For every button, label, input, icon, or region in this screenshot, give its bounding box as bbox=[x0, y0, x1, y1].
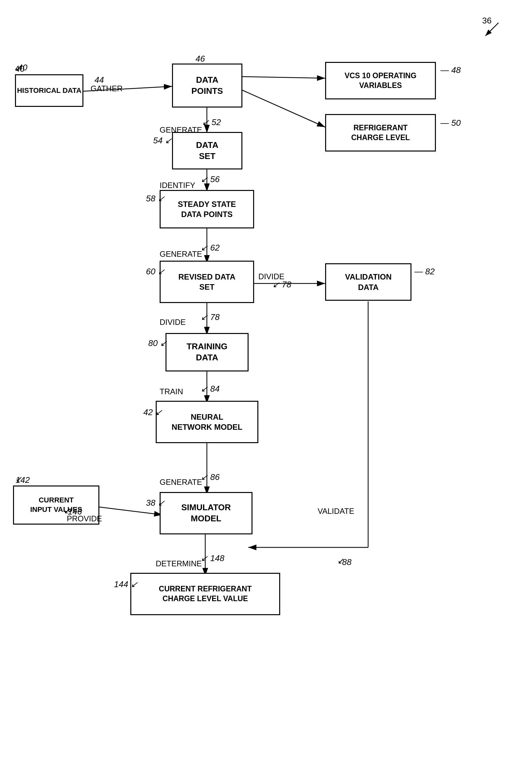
ref-num-144: 144 ↙ bbox=[114, 579, 138, 590]
box-historical-data: HISTORICAL DATA bbox=[15, 74, 83, 107]
svg-line-4 bbox=[241, 77, 325, 78]
ref-num-86: ↙ 86 bbox=[201, 472, 220, 482]
box-vcs-operating: VCS 10 OPERATINGVARIABLES bbox=[325, 62, 436, 99]
ref-num-78b: ↙ 78 bbox=[201, 312, 220, 322]
ref-num-62: ↙ 62 bbox=[201, 243, 220, 253]
label-generate2: GENERATE bbox=[159, 250, 202, 259]
diagram-svg bbox=[0, 0, 532, 782]
label-validate: VALIDATE bbox=[318, 507, 354, 516]
ref-num-56: ↙ 56 bbox=[201, 174, 220, 184]
ref-num-82: — 82 bbox=[414, 266, 435, 277]
ref-num-48: — 48 bbox=[440, 65, 461, 75]
ref-num-46: 46 bbox=[196, 54, 205, 64]
box-current-refrigerant: CURRENT REFRIGERANTCHARGE LEVEL VALUE bbox=[130, 573, 280, 615]
ref-36: 36 bbox=[482, 15, 492, 26]
ref-num-52: ↙ 52 bbox=[202, 117, 221, 128]
label-train: TRAIN bbox=[159, 387, 183, 396]
label-divide2: DIVIDE bbox=[159, 318, 186, 327]
label-determine: DETERMINE bbox=[156, 559, 202, 568]
box-simulator-model: SIMULATORMODEL bbox=[159, 492, 252, 534]
label-gather: GATHER bbox=[91, 84, 122, 93]
box-training-data: TRAININGDATA bbox=[166, 333, 249, 371]
ref-num-58: 58 ↙ bbox=[146, 193, 165, 204]
box-revised-data-set: REVISED DATASET bbox=[159, 261, 254, 303]
ref-num-44: 44 bbox=[95, 75, 104, 85]
diagram-container: 36 HISTORICAL DATA 40 ↙ 40 GATHER 44 DAT… bbox=[0, 0, 532, 782]
box-steady-state: STEADY STATEDATA POINTS bbox=[159, 190, 254, 228]
box-refrigerant-charge: REFRIGERANTCHARGE LEVEL bbox=[325, 114, 436, 151]
svg-line-5 bbox=[241, 90, 325, 127]
ref-num-50: — 50 bbox=[440, 118, 461, 128]
ref-num-42: 42 ↙ bbox=[143, 407, 162, 417]
ref-num-80: 80 ↙ bbox=[148, 338, 167, 348]
ref-num-78a: ↙ 78 bbox=[272, 280, 291, 290]
ref-num-60: 60 ↙ bbox=[146, 266, 165, 277]
ref-num-148: ↙ 148 bbox=[201, 553, 224, 563]
box-neural-network: NEURALNETWORK MODEL bbox=[156, 401, 258, 443]
ref-num-84: ↙ 84 bbox=[201, 384, 220, 394]
label-identify: IDENTIFY bbox=[159, 181, 195, 190]
ref-num-38: 38 ↙ bbox=[146, 498, 165, 508]
box-data-set: DATASET bbox=[172, 132, 242, 170]
ref-num-40: 40 bbox=[18, 63, 27, 73]
label-generate3: GENERATE bbox=[159, 478, 202, 487]
ref-num-54: 54 ↙ bbox=[153, 136, 172, 146]
box-data-points: DATAPOINTS bbox=[172, 64, 242, 108]
box-validation-data: VALIDATIONDATA bbox=[325, 263, 412, 301]
